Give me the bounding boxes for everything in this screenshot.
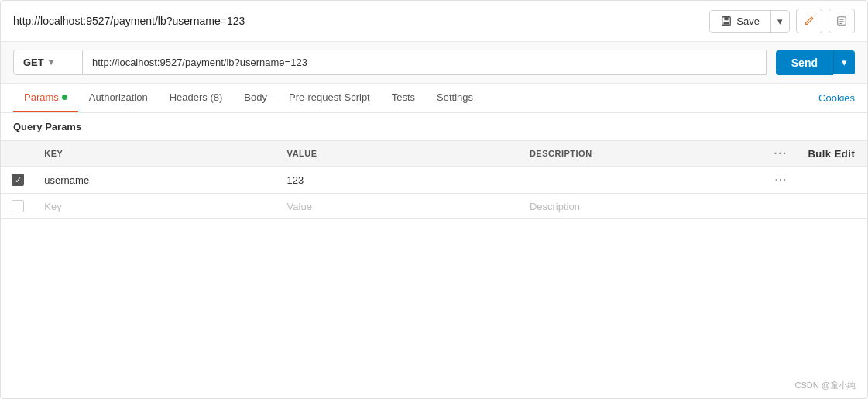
tab-tests-label: Tests bbox=[392, 91, 415, 103]
note-icon-button[interactable] bbox=[829, 9, 855, 33]
col-header-dots: ··· bbox=[763, 141, 798, 167]
row1-more-icon[interactable]: ··· bbox=[774, 173, 787, 186]
method-chevron-icon: ▾ bbox=[49, 57, 53, 67]
tabs-bar: Params Authorization Headers (8) Body Pr… bbox=[1, 84, 867, 113]
row2-value-placeholder: Value bbox=[287, 201, 312, 212]
row1-bulk-cell bbox=[798, 167, 867, 194]
row2-value-cell[interactable]: Value bbox=[278, 194, 520, 219]
tab-headers[interactable]: Headers (8) bbox=[159, 84, 234, 112]
table-header-row: KEY VALUE DESCRIPTION ··· Bulk Edit bbox=[1, 141, 867, 167]
col-header-check bbox=[1, 141, 35, 167]
save-button[interactable]: Save bbox=[710, 11, 770, 32]
table-row: Key Value Description bbox=[1, 194, 867, 219]
cookies-link[interactable]: Cookies bbox=[818, 84, 855, 112]
send-button[interactable]: Send bbox=[776, 50, 833, 75]
edit-icon-button[interactable] bbox=[796, 9, 822, 33]
row1-value-cell[interactable]: 123 bbox=[278, 167, 520, 194]
row1-dots-cell[interactable]: ··· bbox=[763, 167, 798, 194]
method-select[interactable]: GET ▾ bbox=[13, 50, 83, 75]
row1-checkbox[interactable]: ✓ bbox=[10, 174, 26, 186]
url-input[interactable] bbox=[83, 50, 767, 75]
save-btn-group: Save ▾ bbox=[709, 10, 790, 33]
tab-body-label: Body bbox=[244, 91, 267, 103]
row1-value-value: 123 bbox=[287, 174, 304, 186]
col-header-key: KEY bbox=[35, 141, 277, 167]
col-header-bulk-edit[interactable]: Bulk Edit bbox=[798, 141, 867, 167]
row2-check-cell bbox=[1, 194, 35, 219]
row2-desc-placeholder: Description bbox=[530, 201, 580, 212]
bulk-edit-label[interactable]: Bulk Edit bbox=[808, 148, 855, 160]
row1-key-value: username bbox=[44, 174, 89, 186]
checked-box[interactable]: ✓ bbox=[12, 174, 24, 186]
svg-rect-1 bbox=[725, 17, 729, 20]
pencil-icon bbox=[804, 15, 815, 26]
tab-authorization-label: Authorization bbox=[89, 91, 148, 103]
save-dropdown-button[interactable]: ▾ bbox=[770, 11, 789, 32]
unchecked-box[interactable] bbox=[12, 200, 24, 212]
row2-key-cell[interactable]: Key bbox=[35, 194, 277, 219]
tab-tests[interactable]: Tests bbox=[381, 84, 426, 112]
checkmark-icon: ✓ bbox=[15, 176, 22, 184]
params-table: KEY VALUE DESCRIPTION ··· Bulk Edit bbox=[1, 140, 867, 219]
row1-desc-cell[interactable] bbox=[520, 167, 763, 194]
tab-params[interactable]: Params bbox=[13, 84, 78, 112]
tab-prerequest-label: Pre-request Script bbox=[289, 91, 370, 103]
request-bar: GET ▾ Send ▾ bbox=[1, 42, 867, 84]
send-btn-group: Send ▾ bbox=[776, 50, 855, 75]
top-bar: http://localhost:9527/payment/lb?usernam… bbox=[1, 1, 867, 42]
tab-settings[interactable]: Settings bbox=[426, 84, 484, 112]
watermark: CSDN @童小纯 bbox=[795, 380, 856, 391]
dots-header-icon: ··· bbox=[774, 147, 787, 160]
params-dot bbox=[62, 95, 67, 100]
tab-prerequest[interactable]: Pre-request Script bbox=[278, 84, 381, 112]
note-icon bbox=[836, 15, 847, 26]
method-label: GET bbox=[23, 57, 44, 68]
send-dropdown-button[interactable]: ▾ bbox=[833, 50, 855, 74]
table-row: ✓ username 123 ··· bbox=[1, 167, 867, 194]
top-bar-actions: Save ▾ bbox=[709, 9, 855, 33]
tab-params-label: Params bbox=[24, 91, 59, 103]
row2-desc-cell[interactable]: Description bbox=[520, 194, 763, 219]
tab-headers-label: Headers (8) bbox=[170, 91, 223, 103]
row1-key-cell[interactable]: username bbox=[35, 167, 277, 194]
tab-body[interactable]: Body bbox=[233, 84, 278, 112]
section-title: Query Params bbox=[1, 113, 867, 140]
col-header-value: VALUE bbox=[278, 141, 520, 167]
row2-key-placeholder: Key bbox=[44, 201, 61, 212]
col-header-description: DESCRIPTION bbox=[520, 141, 763, 167]
row2-checkbox[interactable] bbox=[10, 200, 26, 212]
row1-check-cell: ✓ bbox=[1, 167, 35, 194]
save-icon bbox=[721, 15, 732, 26]
tab-authorization[interactable]: Authorization bbox=[78, 84, 159, 112]
row2-bulk-cell bbox=[798, 194, 867, 219]
top-url-display: http://localhost:9527/payment/lb?usernam… bbox=[13, 15, 702, 27]
save-label: Save bbox=[736, 15, 760, 27]
tab-settings-label: Settings bbox=[437, 91, 473, 103]
row2-dots-cell bbox=[763, 194, 798, 219]
svg-rect-2 bbox=[724, 22, 729, 25]
